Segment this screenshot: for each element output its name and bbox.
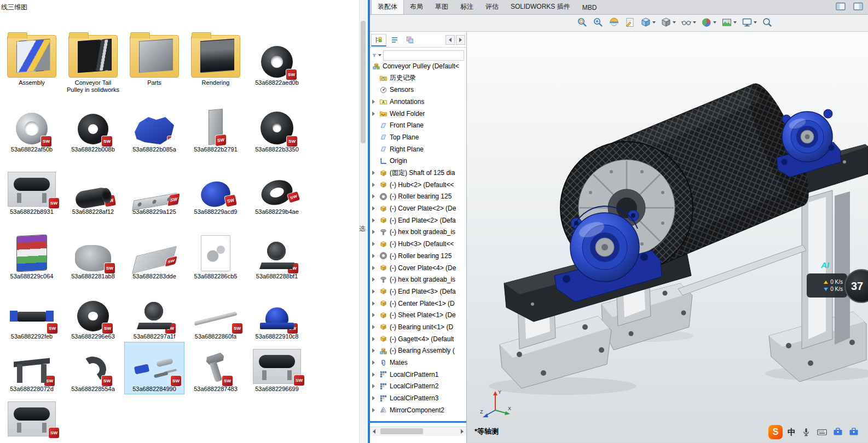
expand-arrow-icon[interactable]: [372, 242, 379, 246]
file-item[interactable]: SW53a68822b008b: [63, 108, 123, 154]
featuremanager-tab[interactable]: [371, 34, 386, 46]
tree-item[interactable]: (-) Roller bearing 125: [370, 191, 466, 203]
hide-show-items-icon[interactable]: [681, 17, 696, 28]
tree-item[interactable]: 历史记录: [370, 72, 466, 84]
sogou-logo[interactable]: S: [768, 425, 783, 439]
expand-arrow-icon[interactable]: [372, 100, 379, 104]
expand-arrow-icon[interactable]: [372, 325, 379, 329]
explorer-scrollbar-thumb[interactable]: [361, 21, 366, 143]
tab-SOLIDWORKS 插件[interactable]: SOLIDWORKS 插件: [505, 0, 576, 14]
hscroll-left-icon[interactable]: [370, 428, 378, 436]
tree-item[interactable]: Right Plane: [370, 143, 466, 155]
file-item[interactable]: SW53a688228072d: [2, 342, 61, 394]
zoom-area-icon[interactable]: [593, 17, 604, 28]
tree-item[interactable]: (-) Gagett<4> (Default: [370, 333, 466, 345]
view-settings-icon[interactable]: [742, 17, 757, 28]
tree-item[interactable]: (-) End Plate<2> (Defa: [370, 214, 466, 226]
expand-arrow-icon[interactable]: [372, 230, 379, 234]
annotation-view-icon[interactable]: [624, 17, 635, 28]
dropdown-caret-icon[interactable]: [652, 21, 656, 24]
dropdown-caret-icon[interactable]: [673, 21, 676, 24]
tree-item[interactable]: (-) Center Plate<1> (D: [370, 298, 466, 310]
expand-arrow-icon[interactable]: [372, 206, 379, 211]
hscroll-thumb[interactable]: [380, 428, 423, 434]
dropdown-caret-icon[interactable]: [693, 21, 696, 24]
file-item[interactable]: SW53a6882283dde: [125, 222, 184, 281]
tree-item[interactable]: MirrorComponent2: [370, 404, 466, 416]
tree-item[interactable]: Top Plane: [370, 131, 466, 143]
file-item[interactable]: SW53a6882288bf1: [247, 222, 306, 281]
expand-arrow-icon[interactable]: [372, 277, 379, 282]
file-item[interactable]: SW53a68822b3350: [247, 108, 306, 154]
tree-filter-input[interactable]: [383, 50, 464, 61]
toolbox-icon[interactable]: [848, 427, 859, 438]
file-item[interactable]: SW53a6882281ab8: [63, 222, 123, 281]
file-item[interactable]: SW53a6882297a1f: [125, 294, 184, 341]
file-item[interactable]: Conveyor Tail Pulley in solidworks: [63, 20, 123, 95]
netspeed-widget[interactable]: 0 K/s 0 K/s: [807, 273, 847, 298]
tab-标注[interactable]: 标注: [454, 0, 479, 14]
zoom-fit-icon[interactable]: [577, 17, 588, 28]
file-item[interactable]: SW53a68822860fa: [186, 294, 245, 341]
file-item[interactable]: SW53a6882284990: [125, 342, 184, 394]
apply-scene-icon[interactable]: [721, 17, 737, 28]
expand-arrow-icon[interactable]: [372, 289, 379, 294]
tree-item[interactable]: Weld Folder: [370, 108, 466, 120]
dropdown-caret-icon[interactable]: [713, 21, 716, 24]
tabs-scroll-left-icon[interactable]: [445, 35, 455, 45]
mic-icon[interactable]: [801, 427, 812, 438]
file-item[interactable]: SW53a68822b085a: [125, 108, 184, 154]
file-item[interactable]: SW53a688229a125: [125, 168, 184, 217]
next-window-icon[interactable]: [852, 2, 864, 13]
tree-item[interactable]: Sensors: [370, 84, 466, 96]
expand-arrow-icon[interactable]: [372, 396, 379, 400]
file-item[interactable]: SW53a68822b2791: [186, 108, 245, 154]
tree-item[interactable]: LocalCirPattern1: [370, 369, 466, 381]
file-item[interactable]: SW53a68822aed0b: [247, 20, 306, 88]
magnifier-icon[interactable]: [762, 17, 773, 28]
tree-item[interactable]: Mates: [370, 357, 466, 369]
file-item[interactable]: 53a6882286cb5: [186, 222, 245, 281]
hscroll-track[interactable]: [378, 427, 458, 436]
tree-item[interactable]: (-) hex bolt gradeab_is: [370, 226, 466, 238]
file-item[interactable]: SW53a68822910c8: [247, 294, 306, 341]
file-item[interactable]: 53a688229c064: [2, 222, 61, 281]
expand-arrow-icon[interactable]: [372, 112, 379, 116]
tree-item[interactable]: (-) Roller bearing 125: [370, 250, 466, 262]
file-item[interactable]: SW53a688229b4ae: [247, 168, 306, 217]
file-item[interactable]: SW53a6882292feb: [2, 294, 61, 341]
toolbox-icon[interactable]: [832, 427, 843, 438]
edit-appearance-icon[interactable]: [701, 17, 716, 28]
tree-item[interactable]: (-) Bearing unit<1> (D: [370, 321, 466, 333]
tree-item[interactable]: Front Plane: [370, 119, 466, 131]
expand-arrow-icon[interactable]: [372, 183, 379, 187]
tree-item[interactable]: Origin: [370, 155, 466, 167]
file-item[interactable]: SW53a68822af50b: [2, 108, 61, 154]
file-item[interactable]: SW53a688228af12: [63, 168, 123, 217]
dropdown-caret-icon[interactable]: [754, 21, 757, 24]
expand-arrow-icon[interactable]: [372, 360, 379, 365]
tab-MBD[interactable]: MBD: [576, 2, 603, 14]
tab-评估[interactable]: 评估: [479, 0, 505, 14]
expand-arrow-icon[interactable]: [372, 171, 379, 175]
tree-item[interactable]: (-) End Plate<3> (Defa: [370, 285, 466, 298]
file-item[interactable]: Parts: [125, 20, 184, 88]
tree-item[interactable]: (-) Hub<2> (Default<<: [370, 179, 466, 191]
hscroll-right-icon[interactable]: [458, 428, 466, 436]
filter-icon[interactable]: [372, 51, 377, 60]
tree-item[interactable]: LocalCirPattern3: [370, 392, 466, 404]
file-item[interactable]: SW53a68822b8931: [2, 168, 61, 217]
tabs-scroll-right-icon[interactable]: [456, 35, 465, 45]
previous-window-icon[interactable]: [835, 2, 847, 13]
expand-arrow-icon[interactable]: [372, 254, 379, 258]
expand-arrow-icon[interactable]: [372, 348, 379, 353]
expand-arrow-icon[interactable]: [372, 372, 379, 377]
file-item[interactable]: Assembly: [2, 20, 61, 88]
tree-item[interactable]: (-) Cover Plate<4> (De: [370, 262, 466, 274]
expand-arrow-icon[interactable]: [372, 194, 379, 199]
filter-caret-icon[interactable]: [378, 54, 381, 56]
tree-item[interactable]: (-) Sheet Plate<1> (De: [370, 309, 466, 321]
expand-arrow-icon[interactable]: [372, 218, 379, 223]
keyboard-icon[interactable]: [817, 427, 828, 438]
propertymanager-tab[interactable]: [387, 34, 402, 45]
